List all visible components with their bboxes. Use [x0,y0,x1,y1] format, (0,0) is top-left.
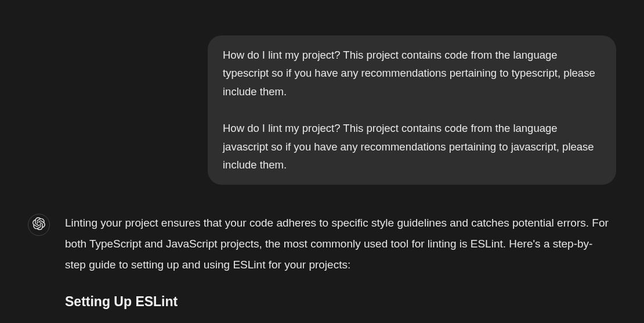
assistant-message-heading: Setting Up ESLint [65,289,610,315]
assistant-message-content[interactable]: Linting your project ensures that your c… [65,213,616,315]
assistant-message-row: Linting your project ensures that your c… [28,213,616,315]
assistant-avatar [28,214,50,236]
user-message-text: How do I lint my project? This project c… [223,119,601,174]
user-message-bubble[interactable]: How do I lint my project? This project c… [208,35,616,185]
openai-logo-icon [32,217,45,232]
user-message-text: How do I lint my project? This project c… [223,46,601,101]
assistant-message-text: Linting your project ensures that your c… [65,213,610,275]
user-message-row: How do I lint my project? This project c… [28,35,616,185]
conversation-thread: How do I lint my project? This project c… [0,35,644,315]
